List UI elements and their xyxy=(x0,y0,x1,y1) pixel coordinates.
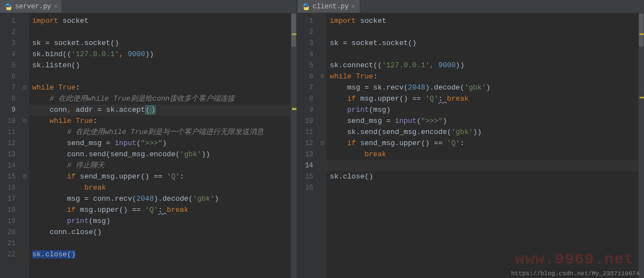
code-line[interactable]: print(msg) xyxy=(330,105,644,116)
code-line[interactable] xyxy=(32,71,296,82)
line-number[interactable]: 17 xyxy=(0,193,21,205)
code-line[interactable]: conn.close() xyxy=(32,227,296,238)
line-number[interactable]: 8 xyxy=(0,93,21,105)
code-line[interactable] xyxy=(330,49,644,60)
code-line[interactable] xyxy=(330,160,644,171)
line-number[interactable]: 16 xyxy=(0,182,21,193)
code-line[interactable]: sk = socket.socket() xyxy=(330,38,644,49)
line-number[interactable]: 9 xyxy=(298,105,319,116)
code-line[interactable]: # 在此使用while True则是给conn接收多个客户端连接 xyxy=(32,93,296,105)
code-line[interactable]: # 停止聊天 xyxy=(32,160,296,171)
line-number[interactable]: 5 xyxy=(298,60,319,71)
fold-toggle-icon[interactable]: ⊟ xyxy=(319,140,325,146)
line-number[interactable]: 3 xyxy=(0,38,21,49)
code-line[interactable]: conn, addr = sk.accept() xyxy=(32,105,296,116)
editor-left[interactable]: 12345678910111213141516171819202122 ⊟⊟⊟ … xyxy=(0,13,296,278)
code-line[interactable]: sk.close() xyxy=(330,171,644,182)
line-number[interactable]: 5 xyxy=(0,60,21,71)
warning-stripe[interactable] xyxy=(640,33,644,35)
line-number[interactable]: 7 xyxy=(298,82,319,93)
line-number[interactable]: 4 xyxy=(298,49,319,60)
line-number[interactable]: 6 xyxy=(0,71,21,82)
line-gutter-right[interactable]: 12345678910111213141516 xyxy=(298,13,319,278)
code-line[interactable] xyxy=(330,182,644,193)
code-line[interactable]: if send_msg.upper() == 'Q': xyxy=(32,171,296,182)
line-number[interactable]: 2 xyxy=(298,27,319,38)
code-line[interactable]: send_msg = input(">>>") xyxy=(32,138,296,149)
code-line[interactable]: while True: xyxy=(32,116,296,127)
tab-client-py[interactable]: client.py × xyxy=(298,0,360,13)
code-line[interactable]: sk.send(send_msg.encode('gbk')) xyxy=(330,127,644,138)
close-icon[interactable]: × xyxy=(351,3,355,10)
code-line[interactable]: while True: xyxy=(330,71,644,82)
line-gutter-left[interactable]: 12345678910111213141516171819202122 xyxy=(0,13,21,278)
line-number[interactable]: 20 xyxy=(0,227,21,238)
line-number[interactable]: 10 xyxy=(0,116,21,127)
line-number[interactable]: 22 xyxy=(0,249,21,260)
fold-toggle-icon[interactable]: ⊟ xyxy=(319,73,325,80)
line-number[interactable]: 1 xyxy=(298,16,319,27)
close-icon[interactable]: × xyxy=(54,3,58,10)
line-number[interactable]: 21 xyxy=(0,238,21,249)
line-number[interactable]: 13 xyxy=(298,149,319,160)
line-number[interactable]: 18 xyxy=(0,205,21,216)
fold-toggle-icon[interactable]: ⊟ xyxy=(22,85,28,91)
code-line[interactable] xyxy=(32,238,296,249)
warning-stripe[interactable] xyxy=(292,108,296,110)
code-line[interactable] xyxy=(330,27,644,38)
line-number[interactable]: 14 xyxy=(298,160,319,171)
line-number[interactable]: 6 xyxy=(298,71,319,82)
warning-stripe[interactable] xyxy=(640,97,644,98)
code-line[interactable]: if msg.upper() == 'Q': break xyxy=(32,205,296,216)
code-line[interactable]: if send_msg.upper() == 'Q': xyxy=(330,138,644,149)
code-line[interactable]: if msg.upper() == 'Q': break xyxy=(330,93,644,105)
code-line[interactable]: msg = conn.recv(2048).decode('gbk') xyxy=(32,193,296,205)
code-line[interactable]: print(msg) xyxy=(32,216,296,227)
line-number[interactable]: 7 xyxy=(0,82,21,93)
line-number[interactable]: 13 xyxy=(0,149,21,160)
code-line[interactable]: import socket xyxy=(32,16,296,27)
line-number[interactable]: 1 xyxy=(0,16,21,27)
code-line[interactable] xyxy=(32,27,296,38)
line-number[interactable]: 11 xyxy=(298,127,319,138)
tab-server-py[interactable]: server.py × xyxy=(0,0,62,13)
line-number[interactable]: 3 xyxy=(298,38,319,49)
fold-toggle-icon[interactable]: ⊟ xyxy=(22,118,28,124)
code-line[interactable]: sk.connect(('127.0.0.1', 9000)) xyxy=(330,60,644,71)
code-line[interactable]: import socket xyxy=(330,16,644,27)
code-line[interactable]: # 在此使用while True则是与一个客户端进行无限发送消息 xyxy=(32,127,296,138)
line-number[interactable]: 15 xyxy=(298,171,319,182)
code-line[interactable]: sk = socket.socket() xyxy=(32,38,296,49)
warning-stripe[interactable] xyxy=(292,33,296,35)
editor-right[interactable]: 12345678910111213141516 ⊟⊟ import socket… xyxy=(298,13,644,278)
code-line[interactable]: sk.close() xyxy=(32,249,296,260)
code-line[interactable]: break xyxy=(330,149,644,160)
scrollbar-thumb[interactable] xyxy=(639,13,643,47)
code-line[interactable]: sk.bind(('127.0.0.1', 9000)) xyxy=(32,49,296,60)
line-number[interactable]: 9 xyxy=(0,105,21,116)
code-line[interactable]: send_msg = input(">>>") xyxy=(330,116,644,127)
code-area-right[interactable]: import socketsk = socket.socket()sk.conn… xyxy=(326,13,644,278)
code-line[interactable]: msg = sk.recv(2048).decode('gbk') xyxy=(330,82,644,93)
fold-gutter-left[interactable]: ⊟⊟⊟ xyxy=(21,13,29,278)
line-number[interactable]: 8 xyxy=(298,93,319,105)
line-number[interactable]: 2 xyxy=(0,27,21,38)
code-area-left[interactable]: import socketsk = socket.socket()sk.bind… xyxy=(29,13,296,278)
line-number[interactable]: 19 xyxy=(0,216,21,227)
line-number[interactable]: 12 xyxy=(0,138,21,149)
line-number[interactable]: 11 xyxy=(0,127,21,138)
fold-gutter-right[interactable]: ⊟⊟ xyxy=(319,13,326,278)
code-line[interactable]: while True: xyxy=(32,82,296,93)
line-number[interactable]: 12 xyxy=(298,138,319,149)
line-number[interactable]: 10 xyxy=(298,116,319,127)
code-line[interactable]: break xyxy=(32,182,296,193)
line-number[interactable]: 15 xyxy=(0,171,21,182)
scrollbar-left[interactable] xyxy=(291,13,296,278)
line-number[interactable]: 14 xyxy=(0,160,21,171)
fold-toggle-icon[interactable]: ⊟ xyxy=(22,173,28,180)
code-line[interactable]: conn.send(send_msg.encode('gbk')) xyxy=(32,149,296,160)
scrollbar-thumb[interactable] xyxy=(291,13,296,47)
line-number[interactable]: 16 xyxy=(298,182,319,193)
code-line[interactable]: sk.listen() xyxy=(32,60,296,71)
line-number[interactable]: 4 xyxy=(0,49,21,60)
